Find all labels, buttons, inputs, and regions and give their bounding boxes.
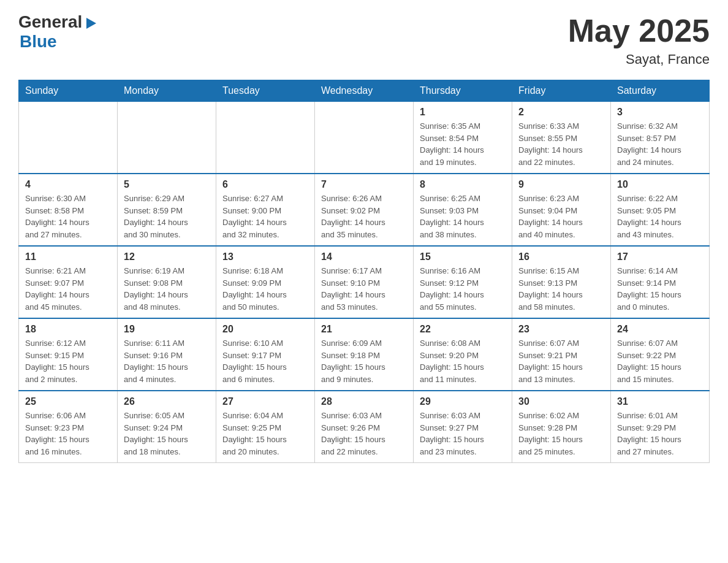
calendar-table: SundayMondayTuesdayWednesdayThursdayFrid… — [18, 80, 710, 463]
day-number: 19 — [124, 324, 210, 335]
location-subtitle: Sayat, France — [568, 52, 710, 67]
calendar-cell: 22Sunrise: 6:08 AM Sunset: 9:20 PM Dayli… — [414, 318, 512, 391]
calendar-cell: 23Sunrise: 6:07 AM Sunset: 9:21 PM Dayli… — [512, 318, 611, 391]
calendar-cell: 16Sunrise: 6:15 AM Sunset: 9:13 PM Dayli… — [512, 246, 611, 318]
day-info: Sunrise: 6:27 AM Sunset: 9:00 PM Dayligh… — [222, 193, 308, 240]
svg-marker-0 — [86, 18, 96, 29]
day-number: 17 — [617, 251, 703, 262]
day-number: 16 — [518, 251, 604, 262]
day-number: 11 — [25, 251, 111, 262]
calendar-cell: 3Sunrise: 6:32 AM Sunset: 8:57 PM Daylig… — [611, 102, 710, 174]
day-number: 23 — [518, 324, 604, 335]
calendar-cell: 9Sunrise: 6:23 AM Sunset: 9:04 PM Daylig… — [512, 174, 611, 246]
logo-blue-text: Blue — [20, 32, 97, 52]
calendar-cell — [19, 102, 118, 174]
day-number: 4 — [25, 179, 111, 190]
calendar-cell — [118, 102, 216, 174]
calendar-cell: 18Sunrise: 6:12 AM Sunset: 9:15 PM Dayli… — [19, 318, 118, 391]
day-info: Sunrise: 6:22 AM Sunset: 9:05 PM Dayligh… — [617, 193, 703, 240]
day-info: Sunrise: 6:21 AM Sunset: 9:07 PM Dayligh… — [25, 265, 111, 313]
calendar-cell: 7Sunrise: 6:26 AM Sunset: 9:02 PM Daylig… — [315, 174, 414, 246]
day-number: 29 — [420, 396, 506, 407]
calendar-cell: 13Sunrise: 6:18 AM Sunset: 9:09 PM Dayli… — [216, 246, 315, 318]
calendar-cell: 21Sunrise: 6:09 AM Sunset: 9:18 PM Dayli… — [315, 318, 414, 391]
calendar-cell: 28Sunrise: 6:03 AM Sunset: 9:26 PM Dayli… — [315, 391, 414, 463]
day-info: Sunrise: 6:03 AM Sunset: 9:26 PM Dayligh… — [321, 410, 407, 458]
calendar-cell: 20Sunrise: 6:10 AM Sunset: 9:17 PM Dayli… — [216, 318, 315, 391]
calendar-header-row: SundayMondayTuesdayWednesdayThursdayFrid… — [19, 80, 710, 102]
calendar-cell: 2Sunrise: 6:33 AM Sunset: 8:55 PM Daylig… — [512, 102, 611, 174]
day-info: Sunrise: 6:09 AM Sunset: 9:18 PM Dayligh… — [321, 337, 407, 385]
day-number: 7 — [321, 179, 407, 190]
calendar-day-header: Monday — [118, 80, 216, 102]
calendar-week-row: 25Sunrise: 6:06 AM Sunset: 9:23 PM Dayli… — [19, 391, 710, 463]
calendar-week-row: 18Sunrise: 6:12 AM Sunset: 9:15 PM Dayli… — [19, 318, 710, 391]
day-number: 8 — [420, 179, 506, 190]
day-number: 30 — [518, 396, 604, 407]
day-number: 15 — [420, 251, 506, 262]
calendar-cell: 14Sunrise: 6:17 AM Sunset: 9:10 PM Dayli… — [315, 246, 414, 318]
month-year-title: May 2025 — [568, 12, 710, 49]
calendar-week-row: 4Sunrise: 6:30 AM Sunset: 8:58 PM Daylig… — [19, 174, 710, 246]
day-number: 6 — [222, 179, 308, 190]
calendar-cell: 26Sunrise: 6:05 AM Sunset: 9:24 PM Dayli… — [118, 391, 216, 463]
day-number: 24 — [617, 324, 703, 335]
day-info: Sunrise: 6:35 AM Sunset: 8:54 PM Dayligh… — [420, 120, 506, 168]
day-info: Sunrise: 6:01 AM Sunset: 9:29 PM Dayligh… — [617, 410, 703, 458]
day-info: Sunrise: 6:07 AM Sunset: 9:22 PM Dayligh… — [617, 337, 703, 385]
page-header: General Blue May 2025 Sayat, France — [18, 12, 710, 67]
day-info: Sunrise: 6:05 AM Sunset: 9:24 PM Dayligh… — [124, 410, 210, 458]
day-info: Sunrise: 6:25 AM Sunset: 9:03 PM Dayligh… — [420, 193, 506, 240]
day-number: 26 — [124, 396, 210, 407]
day-info: Sunrise: 6:10 AM Sunset: 9:17 PM Dayligh… — [222, 337, 308, 385]
day-number: 10 — [617, 179, 703, 190]
day-number: 28 — [321, 396, 407, 407]
calendar-cell: 5Sunrise: 6:29 AM Sunset: 8:59 PM Daylig… — [118, 174, 216, 246]
day-info: Sunrise: 6:30 AM Sunset: 8:58 PM Dayligh… — [25, 193, 111, 240]
day-number: 25 — [25, 396, 111, 407]
calendar-cell: 25Sunrise: 6:06 AM Sunset: 9:23 PM Dayli… — [19, 391, 118, 463]
calendar-day-header: Saturday — [611, 80, 710, 102]
calendar-cell: 19Sunrise: 6:11 AM Sunset: 9:16 PM Dayli… — [118, 318, 216, 391]
day-number: 22 — [420, 324, 506, 335]
calendar-cell — [216, 102, 315, 174]
calendar-cell: 8Sunrise: 6:25 AM Sunset: 9:03 PM Daylig… — [414, 174, 512, 246]
calendar-cell: 30Sunrise: 6:02 AM Sunset: 9:28 PM Dayli… — [512, 391, 611, 463]
calendar-cell: 1Sunrise: 6:35 AM Sunset: 8:54 PM Daylig… — [414, 102, 512, 174]
calendar-cell: 24Sunrise: 6:07 AM Sunset: 9:22 PM Dayli… — [611, 318, 710, 391]
calendar-week-row: 11Sunrise: 6:21 AM Sunset: 9:07 PM Dayli… — [19, 246, 710, 318]
calendar-week-row: 1Sunrise: 6:35 AM Sunset: 8:54 PM Daylig… — [19, 102, 710, 174]
day-info: Sunrise: 6:32 AM Sunset: 8:57 PM Dayligh… — [617, 120, 703, 168]
calendar-cell: 27Sunrise: 6:04 AM Sunset: 9:25 PM Dayli… — [216, 391, 315, 463]
day-number: 2 — [518, 107, 604, 118]
day-number: 31 — [617, 396, 703, 407]
calendar-day-header: Sunday — [19, 80, 118, 102]
logo-arrow-icon — [84, 17, 97, 30]
calendar-day-header: Tuesday — [216, 80, 315, 102]
day-info: Sunrise: 6:16 AM Sunset: 9:12 PM Dayligh… — [420, 265, 506, 313]
day-number: 12 — [124, 251, 210, 262]
calendar-day-header: Thursday — [414, 80, 512, 102]
day-number: 13 — [222, 251, 308, 262]
day-info: Sunrise: 6:19 AM Sunset: 9:08 PM Dayligh… — [124, 265, 210, 313]
day-info: Sunrise: 6:29 AM Sunset: 8:59 PM Dayligh… — [124, 193, 210, 240]
logo-general-text: General — [18, 12, 82, 32]
day-number: 9 — [518, 179, 604, 190]
day-info: Sunrise: 6:11 AM Sunset: 9:16 PM Dayligh… — [124, 337, 210, 385]
day-number: 1 — [420, 107, 506, 118]
calendar-cell: 17Sunrise: 6:14 AM Sunset: 9:14 PM Dayli… — [611, 246, 710, 318]
calendar-cell: 12Sunrise: 6:19 AM Sunset: 9:08 PM Dayli… — [118, 246, 216, 318]
day-number: 18 — [25, 324, 111, 335]
day-info: Sunrise: 6:26 AM Sunset: 9:02 PM Dayligh… — [321, 193, 407, 240]
calendar-cell: 11Sunrise: 6:21 AM Sunset: 9:07 PM Dayli… — [19, 246, 118, 318]
day-info: Sunrise: 6:08 AM Sunset: 9:20 PM Dayligh… — [420, 337, 506, 385]
calendar-cell — [315, 102, 414, 174]
day-info: Sunrise: 6:33 AM Sunset: 8:55 PM Dayligh… — [518, 120, 604, 168]
calendar-day-header: Wednesday — [315, 80, 414, 102]
calendar-cell: 29Sunrise: 6:03 AM Sunset: 9:27 PM Dayli… — [414, 391, 512, 463]
calendar-cell: 15Sunrise: 6:16 AM Sunset: 9:12 PM Dayli… — [414, 246, 512, 318]
day-info: Sunrise: 6:23 AM Sunset: 9:04 PM Dayligh… — [518, 193, 604, 240]
logo: General Blue — [18, 12, 97, 52]
day-info: Sunrise: 6:03 AM Sunset: 9:27 PM Dayligh… — [420, 410, 506, 458]
day-number: 3 — [617, 107, 703, 118]
